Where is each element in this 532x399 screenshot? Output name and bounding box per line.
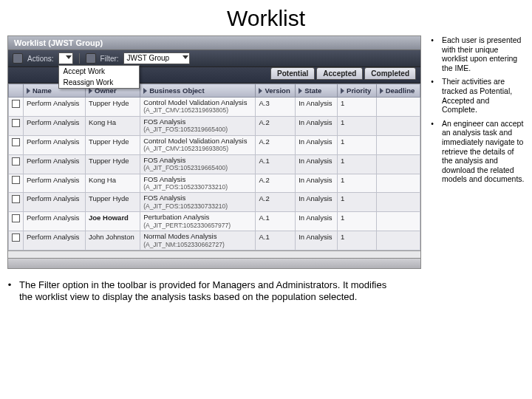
cell-name: Perform Analysis [24, 154, 86, 174]
table-row[interactable]: Perform AnalysisTupper HydeControl Model… [9, 98, 420, 117]
col-business-object[interactable]: Business Object [140, 84, 256, 98]
cell-name: Perform Analysis [24, 135, 86, 154]
cell-business-object: FOS Analysis(A_JIT_FOS:1052319665400) [140, 116, 256, 135]
cell-owner: Kong Ha [86, 174, 140, 193]
sort-icon [341, 88, 344, 94]
cell-state: In Analysis [296, 193, 338, 212]
toolbar-separator [79, 53, 80, 64]
cell-version: A.1 [256, 231, 296, 250]
checkbox-icon[interactable] [12, 233, 20, 242]
cell-state: In Analysis [296, 174, 338, 193]
horizontal-scrollbar[interactable] [8, 258, 420, 268]
cell-name: Perform Analysis [24, 193, 86, 212]
slide-title: Worklist [7, 6, 525, 31]
panel-header: Worklist (JWST Group) [8, 36, 420, 50]
sort-icon [380, 88, 383, 94]
col-deadline[interactable]: Deadline [376, 84, 420, 98]
col-checkbox[interactable] [9, 84, 24, 98]
cell-owner: Tupper Hyde [86, 154, 140, 174]
cell-name: Perform Analysis [24, 174, 86, 193]
bullet-text: The Filter option in the toolbar is prov… [19, 279, 392, 304]
cell-owner: Tupper Hyde [86, 98, 140, 117]
table-row[interactable]: Perform AnalysisKong HaFOS Analysis(A_JI… [9, 174, 420, 193]
tab-potential[interactable]: Potential [270, 67, 315, 80]
cell-state: In Analysis [296, 231, 338, 250]
cell-priority: 1 [338, 98, 377, 117]
cell-deadline [376, 135, 420, 154]
col-version[interactable]: Version [256, 84, 296, 98]
worklist-table: Name Owner Business Object Version State… [8, 83, 420, 250]
bullet-text: An engineer can accept an analysis task … [442, 119, 525, 184]
chevron-down-icon [66, 55, 72, 59]
cell-owner: Tupper Hyde [86, 135, 140, 154]
col-state[interactable]: State [296, 84, 338, 98]
cell-state: In Analysis [296, 212, 338, 231]
table-row[interactable]: Perform AnalysisKong HaFOS Analysis(A_JI… [9, 116, 420, 135]
row-checkbox[interactable] [9, 231, 24, 250]
row-checkbox[interactable] [9, 212, 24, 231]
table-row[interactable]: Perform AnalysisTupper HydeControl Model… [9, 135, 420, 154]
cell-name: Perform Analysis [24, 212, 86, 231]
cell-priority: 1 [338, 212, 377, 231]
cell-name: Perform Analysis [24, 116, 86, 135]
actions-dropdown[interactable]: Accept Work Reassign Work [58, 52, 73, 64]
table-row[interactable]: Perform AnalysisTupper HydeFOS Analysis(… [9, 193, 420, 212]
checkbox-icon[interactable] [12, 119, 20, 127]
cell-business-object: Normal Modes Analysis(A_JIT_NM:105233066… [140, 231, 256, 250]
actions-menu[interactable]: Accept Work Reassign Work [58, 65, 140, 89]
bottom-bullets: • The Filter option in the toolbar is pr… [7, 279, 392, 304]
tab-accepted[interactable]: Accepted [316, 67, 363, 80]
menu-item-reassign[interactable]: Reassign Work [59, 77, 139, 88]
menu-item-accept[interactable]: Accept Work [59, 66, 139, 77]
filter-icon[interactable] [86, 53, 96, 64]
cell-version: A.3 [256, 98, 296, 117]
bullet-text: Their activities are tracked as Potentia… [442, 77, 525, 114]
bullet-text: Each user is presented with their unique… [442, 35, 525, 72]
cell-version: A.2 [256, 174, 296, 193]
sort-icon [259, 88, 262, 94]
checkbox-icon[interactable] [12, 195, 20, 203]
bullet-icon: • [430, 119, 434, 184]
cell-version: A.2 [256, 116, 296, 135]
filter-label: Filter: [100, 55, 119, 63]
cell-name: Perform Analysis [24, 98, 86, 117]
checkbox-icon[interactable] [12, 157, 20, 166]
cell-business-object: Perturbation Analysis(A_JIT_PERT:1052330… [140, 212, 256, 231]
sort-icon [27, 88, 30, 94]
row-checkbox[interactable] [9, 193, 24, 212]
cell-business-object: FOS Analysis(A_JIT_FOS:1052330733210) [140, 193, 256, 212]
filter-dropdown[interactable]: JWST Group [123, 52, 190, 64]
cell-version: A.2 [256, 135, 296, 154]
checkbox-icon[interactable] [12, 214, 20, 222]
table-row[interactable]: Perform AnalysisTupper HydeFOS Analysis(… [9, 154, 420, 174]
cell-state: In Analysis [296, 135, 338, 154]
cell-deadline [376, 154, 420, 174]
cell-owner: Tupper Hyde [86, 193, 140, 212]
row-checkbox[interactable] [9, 98, 24, 117]
row-checkbox[interactable] [9, 116, 24, 135]
table-row[interactable]: Perform AnalysisJoe HowardPerturbation A… [9, 212, 420, 231]
cell-version: A.1 [256, 154, 296, 174]
bullet-icon: • [430, 77, 434, 114]
cell-version: A.1 [256, 212, 296, 231]
checkbox-icon[interactable] [12, 138, 20, 146]
cell-business-object: FOS Analysis(A_JIT_FOS:1052330733210) [140, 174, 256, 193]
cell-priority: 1 [338, 174, 377, 193]
cell-owner: John Johnston [86, 231, 140, 250]
sort-icon [89, 88, 92, 94]
cell-deadline [376, 174, 420, 193]
checkbox-icon[interactable] [12, 100, 20, 108]
cell-owner: Kong Ha [86, 116, 140, 135]
checkbox-icon[interactable] [12, 176, 20, 184]
col-priority[interactable]: Priority [338, 84, 377, 98]
row-checkbox[interactable] [9, 154, 24, 174]
cell-priority: 1 [338, 154, 377, 174]
row-checkbox[interactable] [9, 174, 24, 193]
row-checkbox[interactable] [9, 135, 24, 154]
table-row[interactable]: Perform AnalysisJohn JohnstonNormal Mode… [9, 231, 420, 250]
filter-value[interactable]: JWST Group [123, 52, 190, 64]
cell-business-object: Control Model Validation Analysis(A_JIT_… [140, 135, 256, 154]
toolbar-icon[interactable] [13, 53, 23, 64]
cell-priority: 1 [338, 116, 377, 135]
tab-completed[interactable]: Completed [364, 67, 416, 80]
